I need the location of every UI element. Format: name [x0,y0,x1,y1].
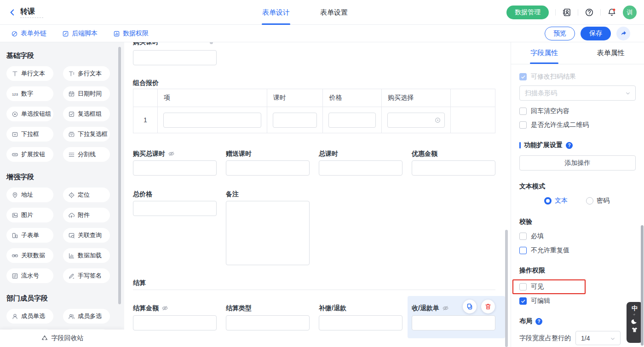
field-item-related-query[interactable]: 关联查询 [63,228,110,243]
field-item-attachment[interactable]: 附件 [63,208,110,222]
field-item-serial[interactable]: 流水号 [6,268,53,283]
pen-icon [68,273,75,279]
field-item-single-text[interactable]: 单行文本 [6,66,53,81]
data-permission-link[interactable]: 数据权限 [113,29,149,38]
delete-field-button[interactable] [481,300,495,313]
no-duplicate-checkbox-row[interactable]: 不允许重复值 [519,246,636,255]
data-manage-button[interactable]: 数据管理 [506,6,549,19]
toolbar-links: 表单外链 后端脚本 数据权限 [0,29,149,38]
backend-script-link[interactable]: 后端脚本 [62,29,98,38]
back-icon[interactable] [8,8,17,17]
share-icon [620,30,627,37]
form-designer-app: 转课 表单设计 表单设置 数据管理 训 [0,0,644,347]
enter-clear-checkbox-row[interactable]: 回车清空内容 [519,107,636,115]
canvas-scrollbar[interactable] [505,230,508,347]
field-item-related-data[interactable]: 关联数据 [6,248,53,263]
refund-input[interactable] [319,315,402,330]
moon-icon[interactable] [631,318,638,325]
field-sidebar: 基础字段 单行文本 多行文本 123数字 日期时间 单选按钮组 复选框组 下拉框… [0,42,124,347]
qrcode-checkbox[interactable] [519,121,527,129]
sidebar-scrollbar[interactable] [118,47,121,304]
divider-line-icon [68,151,75,158]
preview-button[interactable]: 预览 [545,27,575,40]
field-item-data-load[interactable]: 数据加载 [63,248,110,263]
radio-password[interactable]: 密码 [586,197,610,205]
field-item-label: 图片 [21,211,33,219]
backend-script-label: 后端脚本 [72,29,98,38]
required-checkbox-row[interactable]: 必填 [519,232,636,240]
field-item-address[interactable]: 地址 [6,188,53,202]
field-item-signature[interactable]: 手写签名 [63,268,110,283]
shirt-icon[interactable] [631,326,638,333]
total-price-input[interactable] [133,201,217,216]
settle-amount-input[interactable] [133,315,217,330]
discount-input[interactable] [412,160,495,176]
title-dashed-underline [20,17,43,18]
tab-field-properties[interactable]: 字段属性 [511,42,578,64]
copy-field-button[interactable] [463,300,477,313]
avatar[interactable]: 训 [623,6,637,19]
radio-text-control[interactable] [544,197,552,205]
help-icon[interactable] [585,8,594,17]
field-item-multi-select[interactable]: 下拉复选框 [63,127,110,142]
tab-form-design[interactable]: 表单设计 [262,0,290,25]
settle-type-input[interactable] [226,315,310,330]
qrcode-checkbox-row[interactable]: 是否允许生成二维码 [519,121,636,129]
translate-darkmode-widget[interactable]: 中 [627,302,643,343]
no-duplicate-checkbox[interactable] [519,247,527,254]
help-badge-icon[interactable]: ? [535,318,542,325]
field-item-member-multi[interactable]: 成员多选 [63,309,110,324]
add-action-button[interactable]: 添加操作 [519,155,636,171]
field-item-extend-button[interactable]: 扩展按钮 [6,147,53,162]
field-item-number[interactable]: 123数字 [6,86,53,101]
editable-checkbox-row[interactable]: 可编辑 [519,297,636,305]
field-item-radio-group[interactable]: 单选按钮组 [6,107,53,121]
visible-checkbox-row[interactable]: 可见 [519,283,585,291]
people-icon [68,313,75,320]
field-item-label: 成员单选 [21,312,45,320]
page-scrollbar[interactable] [641,225,644,346]
eye-off-icon [161,305,168,312]
save-button[interactable]: 保存 [581,27,611,40]
field-item-locate[interactable]: 定位 [63,188,110,202]
tab-form-settings[interactable]: 表单设置 [320,0,348,25]
share-button[interactable] [616,27,630,40]
hours-input[interactable] [273,113,317,128]
field-recycle-bin[interactable]: 字段回收站 [0,330,124,347]
total-buy-hours-input[interactable] [133,160,217,176]
scan-mode-select[interactable]: 扫描条形码 [519,85,636,101]
help-badge-icon[interactable]: ? [566,142,573,149]
field-item-multi-text[interactable]: 多行文本 [63,66,110,81]
visible-checkbox[interactable] [519,283,527,290]
notification-bell-icon[interactable] [607,8,616,17]
radio-text[interactable]: 文本 [544,197,568,205]
panel-tabs: 字段属性 表单属性 [511,42,644,64]
contacts-book-icon[interactable] [562,8,571,17]
field-item-subform[interactable]: 子表单 [6,228,53,243]
enter-clear-checkbox[interactable] [519,108,527,115]
radio-password-control[interactable] [586,197,593,205]
number-icon: 123 [12,91,18,97]
language-toggle[interactable]: 中 [632,305,638,312]
price-input[interactable] [328,113,376,128]
search-table-icon [68,232,75,239]
field-item-datetime[interactable]: 日期时间 [63,86,110,101]
tab-form-properties[interactable]: 表单属性 [578,42,644,64]
field-item-checkbox-group[interactable]: 复选框组 [63,107,110,121]
form-external-link[interactable]: 表单外链 [11,29,46,38]
field-item-member-single[interactable]: 成员单选 [6,309,53,324]
cell-price [322,107,381,133]
scan-result-checkbox-row[interactable]: 可修改扫码结果 [519,73,636,81]
item-input[interactable] [163,113,261,128]
remark-textarea[interactable] [226,201,310,265]
field-item-divider-line[interactable]: 分割线 [63,147,110,162]
editable-checkbox[interactable] [519,297,527,305]
field-item-image[interactable]: 图片 [6,208,53,222]
gift-hours-input[interactable] [226,160,310,176]
required-checkbox[interactable] [519,233,527,240]
receipt-input[interactable] [412,315,495,330]
field-input-buy-hours[interactable] [133,50,217,65]
field-width-select[interactable]: 1/4 [575,331,621,345]
field-item-select[interactable]: 下拉框 [6,127,53,142]
total-hours-input[interactable] [319,160,402,176]
